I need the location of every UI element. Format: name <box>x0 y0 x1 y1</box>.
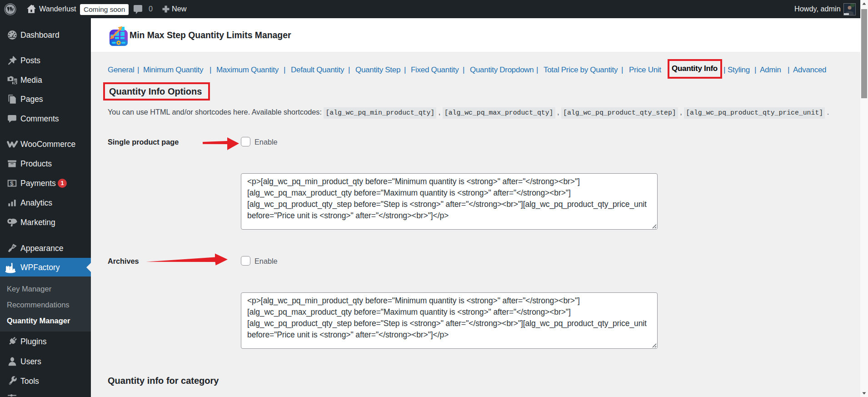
svg-text:$: $ <box>10 180 14 187</box>
